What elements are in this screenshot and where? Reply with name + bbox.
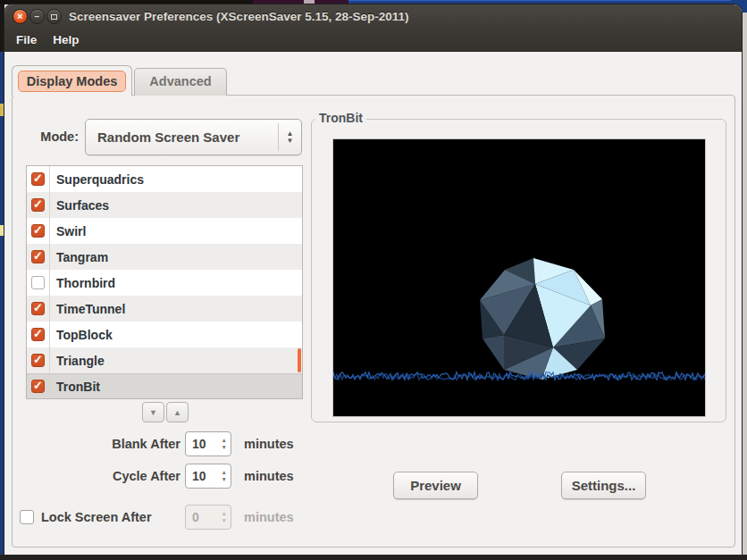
preview-button[interactable]: Preview (393, 472, 478, 499)
checkbox-cell (27, 296, 50, 322)
menubar: File Help (4, 29, 88, 52)
checkbox-cell (27, 270, 50, 296)
saver-name: TronBit (50, 380, 100, 394)
checkbox-cell (27, 322, 50, 347)
cycle-after-label: Cycle After (58, 464, 180, 489)
saver-row[interactable]: Thornbird (27, 270, 302, 296)
lock-screen-label: Lock Screen After (41, 505, 152, 530)
saver-name: TopBlock (50, 328, 113, 342)
desktop-strip (304, 0, 315, 4)
blank-after-value: 10 (192, 432, 206, 456)
preview-group-title: TronBit (315, 111, 366, 125)
maximize-button[interactable] (46, 9, 62, 24)
screensaver-preview (332, 138, 706, 417)
cycle-after-spinner[interactable]: 10 ▲▼ (185, 464, 231, 489)
settings-button[interactable]: Settings... (561, 472, 646, 499)
lock-after-unit: minutes (244, 505, 294, 530)
saver-checkbox[interactable] (31, 328, 45, 341)
saver-row[interactable]: Superquadrics (27, 166, 302, 192)
saver-name: Superquadrics (50, 172, 144, 187)
spinner-arrows-icon: ▲▼ (222, 507, 227, 527)
saver-checkbox[interactable] (31, 354, 45, 367)
lock-after-spinner: 0 ▲▼ (185, 505, 231, 530)
cycle-after-unit: minutes (244, 464, 294, 489)
spinner-arrows-icon[interactable]: ▲▼ (222, 466, 227, 486)
saver-checkbox[interactable] (31, 302, 45, 315)
close-button[interactable]: × (13, 9, 28, 24)
checkbox-cell (27, 347, 50, 373)
combo-spinner-icons[interactable]: ▲▼ (278, 123, 301, 151)
maximize-icon (47, 10, 61, 23)
saver-checkbox[interactable] (31, 172, 45, 186)
menu-file[interactable]: File (8, 29, 45, 52)
minimize-button[interactable]: − (29, 9, 45, 24)
saver-row[interactable]: TimeTunnel (27, 296, 302, 322)
window-title: Screensaver Preferences (XScreenSaver 5.… (69, 4, 409, 29)
tab-advanced[interactable]: Advanced (134, 68, 227, 96)
tab-display-modes-label: Display Modes (18, 71, 127, 92)
saver-name: TimeTunnel (50, 302, 125, 316)
saver-checkbox[interactable] (31, 250, 45, 263)
mode-select-value: Random Screen Saver (97, 120, 239, 155)
arrow-down-icon: ▼ (149, 408, 157, 417)
lock-after-value: 0 (192, 506, 199, 529)
mode-label: Mode: (17, 119, 79, 155)
checkbox-cell (27, 192, 50, 218)
saver-name: Triangle (50, 354, 105, 368)
checkbox-cell (27, 244, 50, 270)
cycle-after-value: 10 (192, 464, 206, 488)
spinner-arrows-icon[interactable]: ▲▼ (222, 434, 227, 454)
saver-row[interactable]: Triangle (27, 347, 302, 373)
blank-after-unit: minutes (244, 431, 294, 456)
minimize-icon: − (30, 10, 44, 23)
saver-checkbox[interactable] (31, 198, 45, 212)
saver-checkbox[interactable] (31, 276, 45, 289)
desktop-strip (0, 555, 747, 560)
saver-row[interactable]: TopBlock (27, 322, 302, 347)
scrollbar-thumb[interactable] (298, 348, 301, 372)
saver-name: Swirl (50, 224, 86, 238)
saver-name: Thornbird (50, 276, 115, 290)
saver-row[interactable]: Swirl (27, 218, 302, 244)
menu-help[interactable]: Help (45, 29, 87, 52)
saver-list[interactable]: SuperquadricsSurfacesSwirlTangramThornbi… (26, 165, 303, 399)
xscreensaver-window: × − Screensaver Preferences (XScreenSave… (4, 4, 742, 555)
tab-display-modes[interactable]: Display Modes (12, 65, 132, 96)
saver-row[interactable]: Tangram (27, 244, 302, 270)
move-down-button[interactable]: ▼ (142, 402, 164, 422)
desktop-strip (742, 13, 747, 555)
mode-select[interactable]: Random Screen Saver ▲▼ (85, 119, 302, 155)
blank-after-label: Blank After (58, 431, 180, 456)
checkbox-cell (27, 166, 50, 192)
saver-name: Tangram (50, 250, 108, 264)
window-header: × − Screensaver Preferences (XScreenSave… (4, 4, 742, 52)
checkbox-cell (27, 373, 50, 399)
saver-checkbox[interactable] (31, 224, 45, 238)
saver-row[interactable]: TronBit (27, 373, 302, 399)
move-up-button[interactable]: ▲ (166, 402, 189, 422)
checkbox-cell (27, 218, 50, 244)
arrow-up-icon: ▲ (173, 408, 181, 417)
close-icon: × (13, 10, 27, 23)
saver-row[interactable]: Surfaces (27, 192, 302, 218)
screen: × − Screensaver Preferences (XScreenSave… (0, 0, 747, 560)
saver-checkbox[interactable] (31, 380, 45, 393)
saver-name: Surfaces (50, 198, 109, 213)
blank-after-spinner[interactable]: 10 ▲▼ (185, 431, 231, 456)
tronbit-render (333, 139, 705, 416)
lock-screen-checkbox[interactable] (20, 510, 34, 524)
